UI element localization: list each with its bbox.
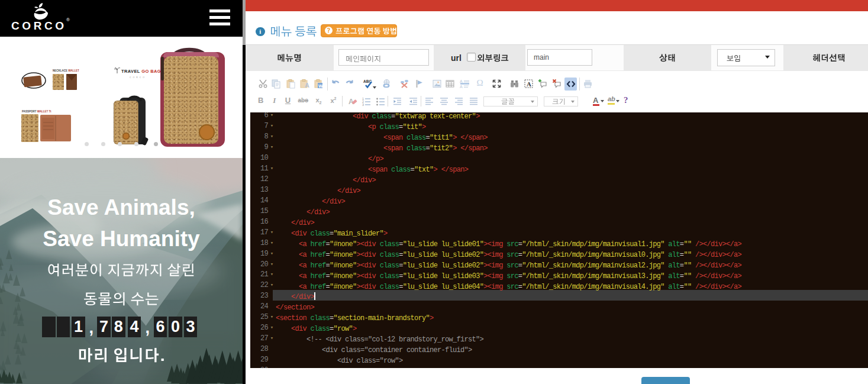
svg-text:A: A [305,82,309,89]
svg-text:A: A [460,85,463,89]
svg-text:W: W [318,83,323,89]
svg-text:A: A [460,79,463,83]
svg-text:A: A [527,80,531,88]
svg-text:3: 3 [362,103,364,107]
